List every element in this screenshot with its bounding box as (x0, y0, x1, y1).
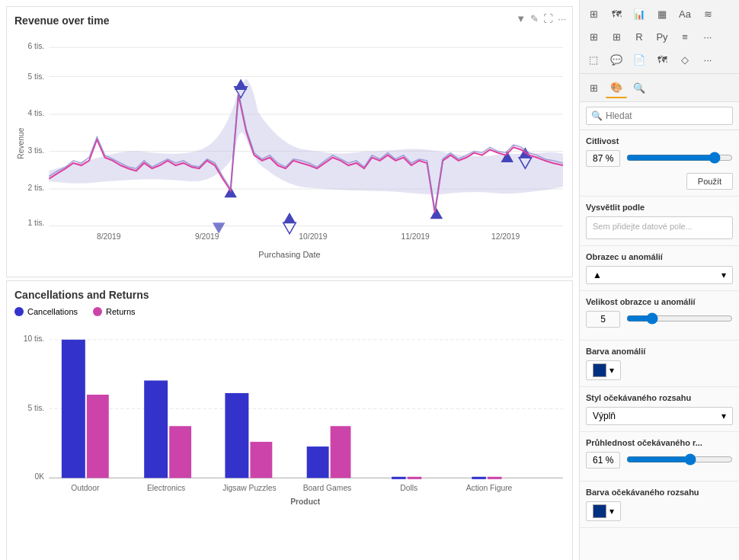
bar-boardgames-cancellations[interactable] (307, 446, 329, 478)
icon-btn-10[interactable]: Py (651, 26, 673, 47)
bar-chart-title: Cancellations and Returns (14, 289, 565, 301)
anomaly-down-3 (283, 213, 296, 223)
bar-jigsaw-cancellations[interactable] (225, 393, 248, 478)
anomaly-color-title: Barva anomálií (586, 347, 733, 356)
bar-boardgames-returns[interactable] (331, 426, 351, 478)
revenue-chart-panel: Revenue over time ▼ ✎ ⛶ ··· 6 tis. 5 tis… (6, 6, 573, 277)
icon-btn-23[interactable]: 🔍 (629, 77, 650, 98)
revenue-chart-actions: ▼ ✎ ⛶ ··· (516, 13, 566, 24)
expected-style-title: Styl očekávaného rozsahu (586, 393, 733, 402)
sensitivity-section: Citlivost 87 % Použít (580, 130, 739, 197)
bar-outdoor-cancellations[interactable] (62, 340, 85, 478)
bar-electronics-returns[interactable] (169, 426, 191, 478)
expected-color-swatch (593, 504, 606, 518)
expected-color-section: Barva očekávaného rozsahu ▾ (580, 482, 739, 528)
icon-btn-12[interactable]: ··· (697, 26, 718, 47)
revenue-chart-container: 6 tis. 5 tis. 4 tis. 3 tis. 2 tis. 1 tis… (14, 33, 565, 269)
revenue-svg: 6 tis. 5 tis. 4 tis. 3 tis. 2 tis. 1 tis… (14, 33, 565, 246)
anomaly-icon-value: ▲ (593, 270, 602, 280)
more-icon[interactable]: ··· (558, 13, 566, 24)
expected-opacity-slider[interactable] (626, 453, 733, 466)
anomaly-color-chevron: ▾ (609, 365, 614, 376)
legend-returns: Returns (93, 307, 136, 316)
legend-returns-dot (93, 307, 102, 316)
bar-x-axis-label: Product (290, 498, 320, 506)
anomaly-size-value-display: 5 (586, 311, 620, 328)
legend-cancellations-label: Cancellations (27, 307, 78, 316)
edit-icon[interactable]: ✎ (530, 13, 539, 24)
icon-btn-22[interactable]: 🎨 (606, 77, 627, 98)
expected-color-button[interactable]: ▾ (586, 501, 621, 521)
icon-btn-15[interactable]: 📄 (629, 49, 650, 70)
sensitivity-slider[interactable] (626, 152, 733, 164)
bar-chart-container: 10 tis. 5 tis. 0K (14, 321, 565, 557)
expected-style-section: Styl očekávaného rozsahu Výplň ▾ (580, 387, 739, 432)
y-tick-2: 2 tis. (27, 184, 44, 192)
search-box[interactable]: 🔍 (586, 107, 733, 125)
icon-btn-17[interactable]: ◇ (674, 49, 696, 70)
x-tick-4: 11/2019 (401, 232, 429, 241)
anomaly-size-slider[interactable] (626, 312, 733, 325)
chevron-down-icon-2: ▾ (721, 411, 726, 421)
icon-btn-3[interactable]: 📊 (629, 3, 650, 24)
anomaly-size-slider-container (626, 312, 733, 327)
anomaly-icon-dropdown[interactable]: ▲ ▾ (586, 266, 733, 284)
icon-btn-13[interactable]: ⬚ (583, 49, 604, 70)
bar-svg: 10 tis. 5 tis. 0K (14, 321, 565, 519)
focus-icon[interactable]: ⛶ (543, 13, 553, 24)
expected-opacity-title: Průhlednost očekávaného r... (586, 438, 733, 447)
explain-by-title: Vysvětlit podle (586, 203, 733, 212)
icon-btn-7[interactable]: ⊞ (583, 26, 604, 47)
bar-chart-legend: Cancellations Returns (14, 307, 565, 316)
x-tick-electronics: Electronics (147, 484, 185, 492)
x-tick-actionfig: Action Figure (466, 484, 513, 492)
icon-btn-8[interactable]: ⊞ (606, 26, 627, 47)
x-tick-1: 8/2019 (97, 232, 121, 241)
anomaly-color-swatch (593, 363, 606, 377)
y-axis-label: Revenue (17, 127, 25, 158)
right-sidebar: ⊞ 🗺 📊 ▦ Aa ≋ ⊞ ⊞ R Py ≡ ··· ⬚ 💬 📄 🗺 ◇ ··… (579, 0, 739, 560)
y-tick-6: 6 tis. (27, 42, 44, 50)
sensitivity-title: Citlivost (586, 136, 733, 146)
icon-btn-11[interactable]: ≡ (674, 26, 696, 47)
expected-style-dropdown[interactable]: Výplň ▾ (586, 407, 733, 425)
bar-electronics-cancellations[interactable] (144, 380, 168, 478)
anomaly-size-control: 5 (586, 311, 733, 328)
icon-btn-18[interactable]: ··· (697, 49, 718, 70)
anomaly-up-3 (283, 222, 296, 233)
expected-color-title: Barva očekávaného rozsahu (586, 488, 733, 497)
icon-btn-9[interactable]: R (629, 26, 650, 47)
bar-outdoor-returns[interactable] (87, 395, 109, 478)
x-tick-3: 10/2019 (299, 232, 327, 241)
expected-opacity-display: 61 % (586, 452, 620, 469)
icon-btn-16[interactable]: 🗺 (651, 49, 673, 70)
y-tick-4: 4 tis. (27, 109, 44, 117)
icon-btn-5[interactable]: Aa (674, 3, 696, 24)
filter-icon[interactable]: ▼ (516, 13, 526, 24)
explain-by-section: Vysvětlit podle Sem přidejte datové pole… (580, 197, 739, 246)
x-tick-dolls: Dolls (400, 484, 417, 492)
bar-jigsaw-returns[interactable] (250, 442, 272, 478)
x-tick-2: 9/2019 (195, 232, 219, 241)
icon-btn-21[interactable]: ⊞ (583, 77, 604, 98)
expected-opacity-control: 61 % (586, 452, 733, 469)
anomaly-color-section: Barva anomálií ▾ (580, 341, 739, 387)
anomaly-color-button[interactable]: ▾ (586, 360, 621, 380)
icon-btn-6[interactable]: ≋ (697, 3, 718, 24)
icon-btn-4[interactable]: ▦ (651, 3, 673, 24)
revenue-chart-title: Revenue over time (14, 14, 565, 27)
icon-btn-2[interactable]: 🗺 (606, 3, 627, 24)
icon-btn-14[interactable]: 💬 (606, 49, 627, 70)
use-button[interactable]: Použít (686, 173, 733, 190)
legend-returns-label: Returns (106, 307, 136, 316)
explain-by-field[interactable]: Sem přidejte datové pole... (586, 216, 733, 239)
bar-chart-panel: Cancellations and Returns Cancellations … (6, 280, 573, 560)
expected-range-band (49, 79, 563, 194)
search-input[interactable] (606, 110, 728, 121)
icon-btn-1[interactable]: ⊞ (583, 3, 604, 24)
legend-cancellations-dot (14, 307, 24, 316)
x-tick-jigsaw: Jigsaw Puzzles (222, 484, 276, 492)
sidebar-icon-row-1: ⊞ 🗺 📊 ▦ Aa ≋ ⊞ ⊞ R Py ≡ ··· ⬚ 💬 📄 🗺 ◇ ··… (580, 0, 739, 74)
anomaly-down-4 (430, 208, 443, 219)
y-tick-1: 1 tis. (27, 219, 44, 227)
